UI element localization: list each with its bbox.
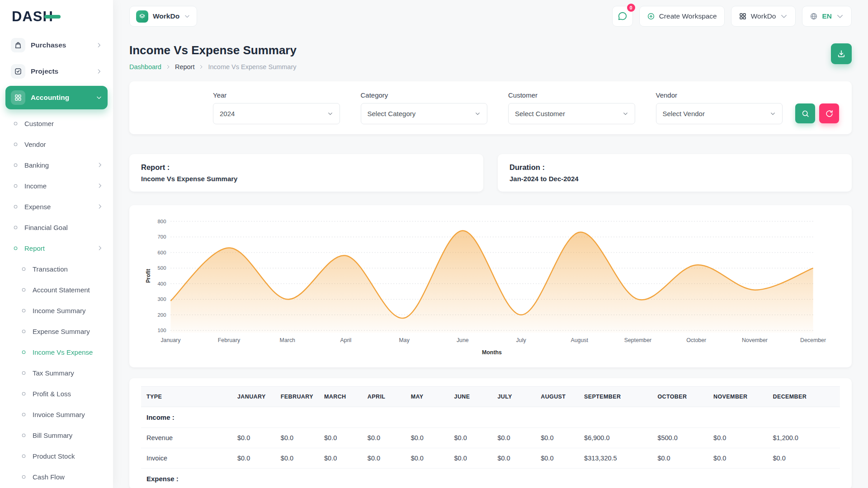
svg-text:July: July <box>516 337 527 343</box>
globe-icon <box>810 12 818 20</box>
table-cell: $313,320.5 <box>579 448 652 468</box>
app-logo[interactable]: DASH <box>5 0 108 33</box>
column-header: MARCH <box>319 386 362 407</box>
sidebar-item-income-summary[interactable]: Income Summary <box>8 300 108 321</box>
table-cell: $6,900.0 <box>579 427 652 448</box>
apply-filter-button[interactable] <box>795 103 815 123</box>
sidebar-item-label: Financial Goal <box>24 224 103 231</box>
vendor-filter: Vendor Select Vendor <box>656 91 783 124</box>
svg-text:800: 800 <box>157 219 166 224</box>
customer-filter: Customer Select Customer <box>508 91 635 124</box>
workspace-menu-button[interactable]: WorkDo <box>731 6 796 27</box>
breadcrumb: DashboardReportIncome Vs Expense Summary <box>129 63 297 70</box>
sidebar-item-product-stock[interactable]: Product Stock <box>8 446 108 466</box>
filter-fields: Year 2024 Category Select Category Custo… <box>213 91 783 124</box>
svg-text:April: April <box>340 337 352 343</box>
column-header: DECEMBER <box>767 386 840 407</box>
table-cell: $0.0 <box>232 448 275 468</box>
sidebar-item-expense[interactable]: Expense <box>8 196 108 217</box>
sidebar-item-account-statement[interactable]: Account Statement <box>8 279 108 300</box>
table-cell: $0.0 <box>319 427 362 448</box>
sidebar-item-label: Tax Summary <box>33 369 103 377</box>
sidebar-item-label: Purchases <box>31 41 90 49</box>
messages-button[interactable]: 0 <box>612 6 633 27</box>
breadcrumb-item[interactable]: Dashboard <box>129 63 161 70</box>
duration-label: Duration : <box>509 163 840 172</box>
sidebar-item-label: Income Vs Expense <box>33 348 103 356</box>
download-button[interactable] <box>831 43 852 64</box>
sidebar-item-report[interactable]: Report <box>8 238 108 258</box>
sidebar-item-purchases[interactable]: Purchases <box>5 33 108 57</box>
sidebar-item-label: Accounting <box>31 94 90 102</box>
table-cell: $0.0 <box>708 448 767 468</box>
sidebar-item-label: Vendor <box>24 141 103 148</box>
table-cell: $0.0 <box>362 427 406 448</box>
workspace-selector[interactable]: WorkDo <box>129 6 197 27</box>
chart-card: 100200300400500600700800JanuaryFebruaryM… <box>129 205 852 367</box>
circle-dot-icon <box>21 474 27 480</box>
sidebar-item-profit-loss[interactable]: Profit & Loss <box>8 383 108 404</box>
sidebar-item-label: Income Summary <box>33 307 103 314</box>
year-label: Year <box>213 91 340 99</box>
sidebar-item-banking[interactable]: Banking <box>8 155 108 175</box>
sidebar-item-bill-summary[interactable]: Bill Summary <box>8 425 108 446</box>
sidebar-item-tax-summary[interactable]: Tax Summary <box>8 362 108 383</box>
create-workspace-button[interactable]: Create Workspace <box>639 6 725 27</box>
column-header: FEBRUARY <box>275 386 319 407</box>
vendor-select[interactable]: Select Vendor <box>656 103 783 124</box>
year-select[interactable]: 2024 <box>213 103 340 124</box>
breadcrumb-item[interactable]: Report <box>175 63 195 70</box>
circle-dot-icon <box>13 121 19 127</box>
sidebar-item-projects[interactable]: Projects <box>5 60 108 83</box>
sidebar-item-label: Transaction <box>33 265 103 273</box>
sidebar-item-financial-goal[interactable]: Financial Goal <box>8 217 108 238</box>
customer-select[interactable]: Select Customer <box>508 103 635 124</box>
workspace-logo <box>136 10 148 23</box>
svg-text:February: February <box>218 337 241 343</box>
income-expense-table: TYPEJANUARYFEBRUARYMARCHAPRILMAYJUNEJULY… <box>141 386 840 488</box>
category-select[interactable]: Select Category <box>361 103 488 124</box>
row-type: Invoice <box>141 448 232 468</box>
table-section-row: Income : <box>141 407 840 427</box>
svg-text:December: December <box>800 337 826 343</box>
chevron-right-icon <box>96 42 102 48</box>
sidebar-item-accounting[interactable]: Accounting <box>5 86 108 109</box>
sidebar-item-expense-summary[interactable]: Expense Summary <box>8 321 108 342</box>
sidebar-item-customer[interactable]: Customer <box>8 113 108 134</box>
circle-dot-icon <box>21 349 27 355</box>
y-axis-title: Profit <box>145 269 151 283</box>
sidebar-item-income-vs-expense[interactable]: Income Vs Expense <box>8 342 108 362</box>
table-cell: $0.0 <box>449 448 492 468</box>
reset-filter-button[interactable] <box>819 103 839 123</box>
table-cell: $500.0 <box>652 427 708 448</box>
sidebar-item-label: Income <box>24 182 91 190</box>
report-label: Report : <box>141 163 472 172</box>
svg-text:400: 400 <box>157 281 166 286</box>
income-expense-table-card: TYPEJANUARYFEBRUARYMARCHAPRILMAYJUNEJULY… <box>129 378 852 488</box>
table-cell: $0.0 <box>449 427 492 448</box>
table-row: Revenue$0.0$0.0$0.0$0.0$0.0$0.0$0.0$0.0$… <box>141 427 840 448</box>
sidebar-item-income[interactable]: Income <box>8 175 108 196</box>
table-cell: $0.0 <box>767 448 840 468</box>
svg-text:March: March <box>280 337 295 343</box>
page-header: Income Vs Expense Summary DashboardRepor… <box>129 43 852 70</box>
report-value: Income Vs Expense Summary <box>141 175 472 183</box>
row-type: Revenue <box>141 427 232 448</box>
svg-text:October: October <box>686 337 706 343</box>
sidebar-item-invoice-summary[interactable]: Invoice Summary <box>8 404 108 425</box>
circle-dot-icon <box>21 412 27 418</box>
sidebar-item-cash-flow[interactable]: Cash Flow <box>8 466 108 487</box>
sidebar-item-transaction[interactable]: Transaction <box>8 258 108 279</box>
topbar-actions: 0 Create Workspace WorkDo EN <box>612 6 852 27</box>
create-workspace-label: Create Workspace <box>659 12 717 20</box>
chevron-down-icon <box>96 94 102 101</box>
workspace-selector-label: WorkDo <box>153 12 179 20</box>
table-cell: $0.0 <box>492 448 535 468</box>
circle-dot-icon <box>21 432 27 438</box>
chevron-down-icon <box>780 12 788 20</box>
language-selector[interactable]: EN <box>802 6 852 27</box>
duration-summary-card: Duration : Jan-2024 to Dec-2024 <box>498 154 852 192</box>
sidebar-item-vendor[interactable]: Vendor <box>8 134 108 155</box>
sidebar-item-label: Invoice Summary <box>33 411 103 418</box>
main-content: Income Vs Expense Summary DashboardRepor… <box>113 33 868 488</box>
